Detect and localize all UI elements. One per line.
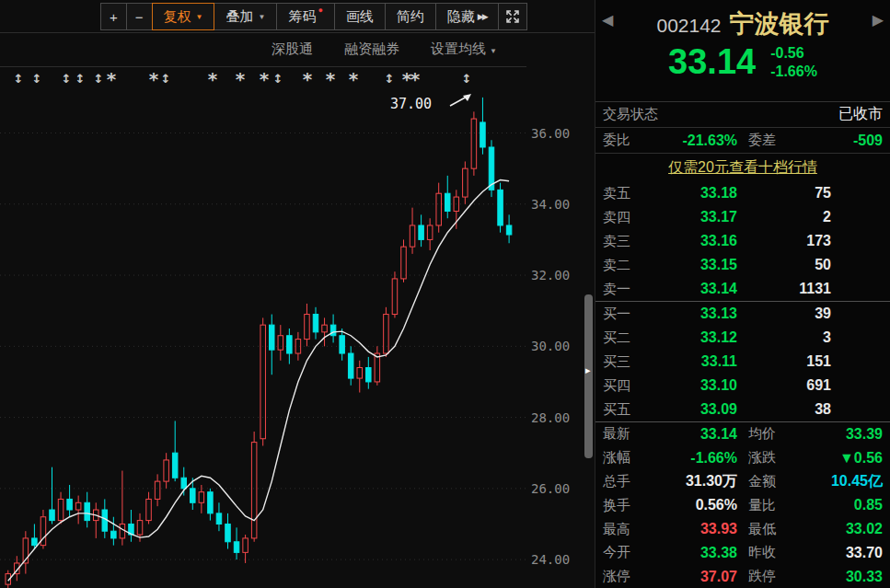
hide-button[interactable]: 隐藏▶▶ bbox=[435, 3, 499, 30]
stat-label: 昨收 bbox=[748, 544, 792, 561]
order-book-row[interactable]: 卖三33.16173 bbox=[595, 229, 890, 253]
event-updown-icon: ↕ bbox=[273, 72, 283, 86]
stat-value: 33.02 bbox=[792, 521, 883, 537]
trade-status-value: 已收市 bbox=[838, 105, 883, 124]
red-dot-badge: ● bbox=[318, 6, 322, 15]
order-book-row[interactable]: 卖一33.141131 bbox=[595, 277, 890, 301]
event-star-icon: * bbox=[236, 68, 246, 90]
toolbar-button-label: 隐藏 bbox=[447, 8, 475, 26]
event-updown-icon: ↕ bbox=[94, 72, 104, 86]
stat-label: 最新 bbox=[603, 425, 647, 443]
y-axis-tick: 24.00 bbox=[531, 552, 584, 567]
simple-mode-button[interactable]: 简约 bbox=[385, 3, 436, 30]
trade-status-row: 交易状态 已收市 bbox=[595, 102, 890, 128]
double-arrow-right-icon: ▶▶ bbox=[478, 12, 487, 21]
order-book-row[interactable]: 买四33.10691 bbox=[595, 374, 890, 398]
stat-row: 最高33.93最低33.02 bbox=[595, 517, 890, 541]
candle-body bbox=[322, 325, 328, 332]
level-price: 33.12 bbox=[645, 329, 737, 346]
candle-body bbox=[498, 190, 503, 225]
stock-code: 002142 bbox=[656, 15, 721, 36]
level-label: 买一 bbox=[603, 306, 645, 323]
level-label: 卖三 bbox=[603, 233, 645, 250]
splitter-handle[interactable] bbox=[584, 294, 593, 458]
zoom-in-button[interactable]: + bbox=[100, 3, 127, 30]
stat-value: 33.38 bbox=[647, 545, 737, 561]
candle-body bbox=[305, 315, 310, 340]
candle-body bbox=[111, 531, 117, 538]
stat-label: 总手 bbox=[603, 473, 647, 490]
level-volume: 2 bbox=[737, 209, 883, 225]
order-book-row[interactable]: 买三33.11151 bbox=[595, 350, 890, 374]
order-book-row[interactable]: 买二33.123 bbox=[595, 326, 890, 350]
candle-body bbox=[506, 225, 512, 235]
event-star-icon: * bbox=[303, 68, 313, 90]
candle-body bbox=[313, 315, 318, 332]
zoom-out-button[interactable]: − bbox=[126, 3, 153, 30]
weicha-label: 委差 bbox=[748, 132, 792, 149]
event-star-icon: * bbox=[410, 68, 421, 90]
candle-body bbox=[463, 168, 468, 197]
stat-value: 0.56% bbox=[647, 497, 737, 513]
candle-body bbox=[287, 336, 293, 353]
weicha-value: -509 bbox=[792, 133, 883, 149]
bid-book: 买一33.1339买二33.123买三33.11151买四33.10691买五3… bbox=[595, 301, 890, 421]
level-label: 买二 bbox=[603, 329, 645, 347]
candle-body bbox=[155, 481, 160, 499]
stat-label: 涨跌 bbox=[748, 449, 792, 467]
toolbar-button-label: 叠加 bbox=[225, 8, 253, 26]
stat-value: 33.39 bbox=[792, 426, 883, 443]
stat-row: 涨幅-1.66%涨跌▼0.56 bbox=[595, 446, 890, 470]
level-label: 买五 bbox=[603, 401, 645, 419]
stat-value: 0.85 bbox=[792, 497, 883, 513]
order-book-row[interactable]: 卖五33.1875 bbox=[595, 181, 890, 205]
level-volume: 39 bbox=[737, 306, 883, 322]
y-axis-tick: 28.00 bbox=[531, 410, 584, 425]
candle-body bbox=[243, 538, 249, 552]
weibi-value: -21.63% bbox=[647, 133, 737, 149]
event-star-icon: * bbox=[107, 68, 117, 90]
level-volume: 50 bbox=[737, 257, 883, 273]
candle-body bbox=[445, 193, 451, 211]
candle-body bbox=[384, 315, 389, 353]
level-volume: 173 bbox=[737, 233, 883, 249]
level-price: 33.10 bbox=[645, 377, 737, 394]
order-book-row[interactable]: 买一33.1339 bbox=[595, 302, 890, 326]
prev-stock-button[interactable]: ◀ bbox=[602, 11, 613, 29]
trading-app-window: +−复权▼叠加▼筹码●画线简约隐藏▶▶ 深股通融资融券设置均线 ▼ ↕↕↕↕↕*… bbox=[0, 0, 890, 588]
ask-book: 卖五33.1875卖四33.172卖三33.16173卖二33.1550卖一33… bbox=[595, 181, 890, 301]
event-star-icon: * bbox=[326, 68, 336, 90]
fullscreen-button[interactable] bbox=[498, 3, 527, 30]
overlay-button[interactable]: 叠加▼ bbox=[214, 3, 277, 30]
candle-body bbox=[330, 325, 336, 336]
order-book-row[interactable]: 卖四33.172 bbox=[595, 205, 890, 229]
level-label: 卖二 bbox=[603, 257, 645, 274]
candle-body bbox=[199, 492, 204, 503]
draw-line-button[interactable]: 画线 bbox=[334, 3, 386, 30]
candle-body bbox=[340, 336, 345, 353]
stat-label: 量比 bbox=[748, 497, 792, 514]
candle-body bbox=[137, 521, 143, 535]
stat-value: 33.70 bbox=[792, 545, 883, 561]
stat-row: 换手0.56%量比0.85 bbox=[595, 493, 890, 517]
order-book-row[interactable]: 买五33.0938 bbox=[595, 398, 890, 421]
level-price: 33.15 bbox=[645, 257, 737, 273]
chip-distribution-button[interactable]: 筹码● bbox=[276, 3, 334, 30]
candle-body bbox=[270, 325, 275, 350]
event-star-icon: * bbox=[208, 68, 218, 90]
candle-body bbox=[208, 492, 214, 513]
candle-body bbox=[172, 453, 178, 478]
level-volume: 3 bbox=[737, 329, 883, 346]
next-stock-button[interactable]: ▶ bbox=[873, 11, 884, 29]
stat-value: 31.30万 bbox=[647, 472, 737, 491]
candle-body bbox=[366, 367, 372, 381]
level2-promo-link[interactable]: 仅需20元查看十档行情 bbox=[668, 158, 817, 178]
toolbar-button-label: − bbox=[135, 9, 144, 25]
toolbar-button-label: 画线 bbox=[346, 8, 374, 26]
stat-value: -1.66% bbox=[647, 450, 737, 467]
event-updown-icon: ↕ bbox=[14, 72, 24, 86]
order-book-row[interactable]: 卖二33.1550 bbox=[595, 253, 890, 277]
candlestick-chart[interactable]: ↕↕↕↕↕**↕***↕***↕**↕ bbox=[0, 0, 526, 588]
expand-panel-icon[interactable]: ▸ bbox=[585, 364, 591, 376]
adjust-price-button[interactable]: 复权▼ bbox=[152, 3, 215, 30]
